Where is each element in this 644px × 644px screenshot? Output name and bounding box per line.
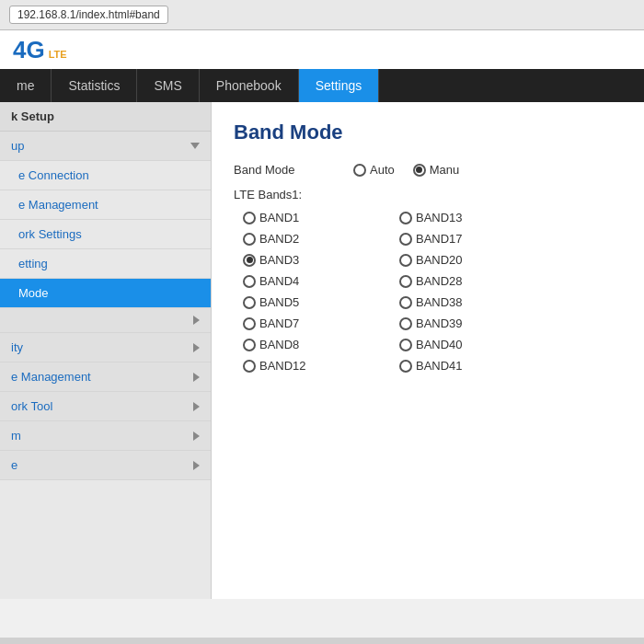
band40-option[interactable]: BAND40 — [399, 338, 546, 351]
band28-radio — [399, 275, 412, 288]
band40-label: BAND40 — [416, 338, 463, 351]
top-bar: 4G LTE — [0, 30, 644, 69]
band7-radio — [243, 317, 256, 330]
url-bar[interactable]: 192.168.8.1/index.html#band — [9, 6, 168, 24]
chevron-right-icon-ot — [193, 402, 200, 411]
band1-radio — [243, 212, 256, 224]
main-layout: k Setup up e Connection e Management ork… — [0, 102, 644, 599]
band20-radio — [399, 254, 412, 267]
band13-radio — [399, 212, 412, 224]
band3-label: BAND3 — [259, 253, 299, 267]
nav-bar: me Statistics SMS Phonebook Settings — [0, 69, 644, 102]
nav-sms[interactable]: SMS — [137, 69, 199, 102]
logo: 4G LTE — [13, 38, 67, 62]
sidebar-label-e: e — [11, 458, 17, 472]
band3-radio — [243, 254, 256, 267]
band7-label: BAND7 — [259, 316, 299, 330]
sidebar-label-setting: etting — [18, 257, 48, 270]
band5-label: BAND5 — [259, 295, 299, 309]
sidebar-label-up: up — [11, 139, 24, 153]
sidebar-item-econnection[interactable]: e Connection — [0, 161, 211, 190]
sidebar-label-orktool: ork Tool — [11, 399, 52, 413]
band41-radio — [399, 360, 412, 373]
sidebar-label-ity: ity — [11, 340, 23, 354]
sidebar-label-orksettings: ork Settings — [18, 227, 82, 241]
band28-label: BAND28 — [416, 274, 463, 288]
band20-option[interactable]: BAND20 — [399, 253, 546, 267]
radio-auto-circle — [353, 164, 366, 177]
band7-option[interactable]: BAND7 — [243, 316, 390, 330]
radio-manual-label: Manu — [430, 163, 460, 177]
bands-grid: BAND1 BAND13 BAND2 BAND17 BAND3 — [243, 211, 622, 373]
band8-option[interactable]: BAND8 — [243, 338, 390, 351]
band8-label: BAND8 — [259, 338, 299, 351]
chevron-right-icon-ity — [193, 343, 200, 352]
lte-section-label: LTE Bands1: — [234, 188, 622, 201]
sidebar-item-up[interactable]: up — [0, 132, 211, 161]
band-mode-radio-group: Auto Manu — [353, 163, 459, 177]
band5-option[interactable]: BAND5 — [243, 295, 390, 309]
band1-option[interactable]: BAND1 — [243, 211, 390, 224]
band28-option[interactable]: BAND28 — [399, 274, 546, 288]
sidebar: k Setup up e Connection e Management ork… — [0, 102, 212, 599]
sidebar-item-emanagement2[interactable]: e Management — [0, 362, 211, 392]
band12-label: BAND12 — [259, 359, 306, 373]
band39-option[interactable]: BAND39 — [399, 316, 546, 330]
sidebar-item-orksettings[interactable]: ork Settings — [0, 220, 211, 249]
chevron-right-icon-em2 — [193, 373, 200, 382]
band17-label: BAND17 — [416, 232, 463, 246]
sidebar-section-header: k Setup — [0, 102, 211, 132]
band41-option[interactable]: BAND41 — [399, 359, 546, 373]
sidebar-label-mode: Mode — [18, 286, 49, 300]
band4-option[interactable]: BAND4 — [243, 274, 390, 288]
band20-label: BAND20 — [416, 253, 463, 267]
band-mode-label: Band Mode — [234, 163, 353, 177]
page: 4G LTE me Statistics SMS Phonebook Setti… — [0, 30, 644, 638]
band12-radio — [243, 360, 256, 373]
band4-radio — [243, 275, 256, 288]
sidebar-item-orktool[interactable]: ork Tool — [0, 392, 211, 421]
radio-auto-label: Auto — [370, 163, 395, 177]
nav-home[interactable]: me — [0, 69, 52, 102]
band-mode-auto[interactable]: Auto — [353, 163, 395, 177]
sidebar-item-e[interactable]: e — [0, 451, 211, 480]
band2-label: BAND2 — [259, 232, 299, 246]
radio-manual-circle — [413, 164, 426, 177]
sidebar-item-setting[interactable]: etting — [0, 249, 211, 279]
band12-option[interactable]: BAND12 — [243, 359, 390, 373]
sidebar-item-m[interactable]: m — [0, 421, 211, 451]
nav-settings[interactable]: Settings — [299, 69, 380, 102]
nav-statistics[interactable]: Statistics — [52, 69, 137, 102]
chevron-right-icon — [193, 316, 200, 325]
band39-label: BAND39 — [416, 316, 463, 330]
sidebar-label-econnection: e Connection — [18, 168, 89, 182]
chevron-right-icon-e — [193, 461, 200, 470]
nav-phonebook[interactable]: Phonebook — [200, 69, 299, 102]
browser-bar: 192.168.8.1/index.html#band — [0, 0, 644, 30]
page-title: Band Mode — [234, 121, 622, 144]
chevron-right-icon-m — [193, 431, 200, 441]
band40-radio — [399, 339, 412, 351]
band13-option[interactable]: BAND13 — [399, 211, 546, 224]
band1-label: BAND1 — [259, 211, 299, 224]
band13-label: BAND13 — [416, 211, 463, 224]
sidebar-label-m: m — [11, 429, 21, 443]
band2-option[interactable]: BAND2 — [243, 232, 390, 246]
band17-option[interactable]: BAND17 — [399, 232, 546, 246]
sidebar-item-mode[interactable]: Mode — [0, 279, 211, 308]
sidebar-item-emanagement[interactable]: e Management — [0, 190, 211, 220]
logo-4g-text: 4G — [13, 38, 45, 62]
content-area: Band Mode Band Mode Auto Manu LTE Bands1… — [212, 102, 644, 599]
band8-radio — [243, 339, 256, 351]
sidebar-item-ity[interactable]: ity — [0, 333, 211, 362]
band-mode-row: Band Mode Auto Manu — [234, 163, 622, 177]
band3-option[interactable]: BAND3 — [243, 253, 390, 267]
logo-lte-text: LTE — [49, 49, 67, 60]
sidebar-item-group2[interactable] — [0, 308, 211, 333]
band38-option[interactable]: BAND38 — [399, 295, 546, 309]
band38-label: BAND38 — [416, 295, 463, 309]
chevron-down-icon — [190, 143, 200, 149]
band38-radio — [399, 296, 412, 309]
band-mode-manual[interactable]: Manu — [413, 163, 460, 177]
band41-label: BAND41 — [416, 359, 463, 373]
